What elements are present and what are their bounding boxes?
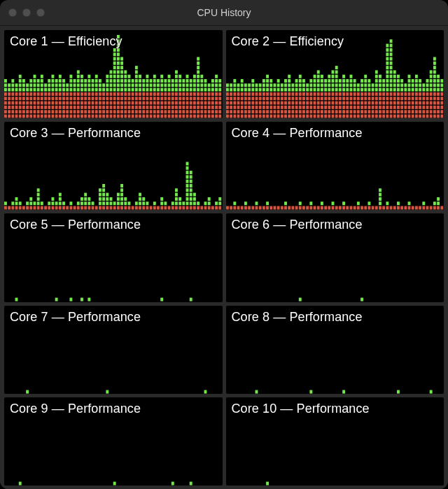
svg-rect-34 (19, 115, 22, 118)
window-controls[interactable] (8, 0, 45, 25)
svg-rect-468 (175, 97, 178, 100)
svg-rect-714 (276, 101, 279, 105)
svg-rect-1356 (298, 206, 301, 210)
svg-rect-1111 (422, 88, 425, 92)
svg-rect-438 (164, 106, 167, 109)
svg-rect-197 (80, 92, 83, 96)
svg-rect-372 (139, 101, 141, 105)
svg-rect-533 (197, 70, 200, 73)
svg-rect-923 (356, 101, 359, 105)
svg-rect-172 (74, 115, 76, 118)
zoom-icon[interactable] (36, 8, 45, 17)
svg-rect-756 (295, 110, 298, 113)
svg-rect-1157 (440, 115, 443, 118)
svg-rect-1127 (429, 92, 432, 96)
titlebar[interactable]: CPU History (0, 0, 448, 26)
svg-rect-30 (15, 97, 18, 100)
svg-rect-1009 (386, 48, 388, 52)
svg-rect-242 (99, 106, 102, 109)
svg-rect-462 (172, 83, 174, 87)
svg-rect-1125 (429, 101, 432, 105)
svg-rect-1034 (393, 92, 396, 96)
svg-rect-307 (117, 57, 120, 61)
svg-rect-1275 (160, 206, 163, 210)
svg-rect-66 (29, 92, 32, 96)
svg-rect-419 (157, 106, 160, 109)
svg-rect-1 (4, 110, 7, 113)
svg-rect-523 (197, 115, 200, 118)
svg-rect-728 (284, 115, 287, 118)
svg-rect-37 (19, 101, 22, 105)
cpu-bars (4, 213, 223, 302)
minimize-icon[interactable] (22, 8, 31, 17)
svg-rect-1339 (248, 206, 251, 210)
svg-rect-764 (298, 115, 301, 118)
svg-rect-600 (230, 115, 232, 118)
svg-rect-55 (26, 106, 29, 109)
svg-rect-565 (211, 110, 214, 113)
svg-rect-1110 (422, 92, 425, 96)
svg-rect-721 (280, 110, 283, 113)
svg-rect-510 (190, 88, 192, 92)
svg-rect-489 (182, 97, 185, 100)
svg-rect-381 (142, 106, 145, 109)
svg-rect-1223 (95, 206, 98, 210)
svg-rect-482 (178, 83, 181, 87)
svg-rect-585 (218, 106, 221, 109)
svg-rect-1244 (117, 206, 120, 210)
svg-rect-485 (182, 115, 185, 118)
svg-rect-123 (51, 83, 54, 87)
svg-rect-398 (150, 115, 153, 118)
svg-rect-165 (69, 101, 72, 105)
svg-rect-1045 (397, 92, 400, 96)
svg-rect-107 (48, 115, 50, 118)
svg-rect-459 (172, 97, 174, 100)
svg-rect-1072 (407, 92, 410, 96)
svg-rect-445 (168, 115, 171, 118)
svg-rect-289 (113, 66, 116, 69)
svg-rect-1345 (266, 206, 269, 210)
svg-rect-479 (178, 97, 181, 100)
svg-rect-1217 (84, 193, 87, 197)
svg-rect-780 (302, 88, 305, 92)
svg-rect-1428 (342, 390, 345, 393)
svg-rect-1189 (41, 206, 43, 210)
svg-rect-1143 (433, 70, 435, 73)
svg-rect-389 (146, 110, 148, 113)
svg-rect-1171 (15, 206, 18, 210)
svg-rect-1044 (397, 97, 400, 100)
svg-rect-1071 (407, 97, 410, 100)
svg-rect-1420 (190, 298, 192, 302)
svg-rect-1102 (419, 88, 421, 92)
svg-rect-318 (120, 92, 123, 96)
svg-rect-791 (309, 115, 312, 118)
svg-rect-1017 (389, 88, 392, 92)
svg-rect-858 (331, 79, 334, 83)
svg-rect-302 (117, 79, 120, 83)
svg-rect-754 (291, 83, 294, 87)
svg-rect-1312 (190, 171, 192, 174)
svg-rect-400 (150, 106, 153, 109)
svg-rect-1427 (309, 390, 312, 393)
svg-rect-716 (276, 92, 279, 96)
svg-rect-1395 (397, 206, 400, 210)
svg-rect-577 (215, 97, 218, 100)
close-icon[interactable] (8, 8, 17, 17)
svg-rect-1413 (440, 206, 443, 210)
svg-rect-1248 (120, 206, 123, 210)
svg-rect-58 (26, 92, 29, 96)
svg-rect-1380 (364, 206, 367, 210)
svg-rect-1203 (62, 206, 65, 210)
svg-rect-490 (182, 92, 185, 96)
svg-rect-313 (120, 115, 123, 118)
svg-rect-937 (364, 115, 367, 118)
svg-rect-674 (258, 83, 261, 87)
svg-rect-852 (331, 106, 334, 109)
svg-rect-563 (208, 83, 211, 87)
svg-rect-795 (309, 97, 312, 100)
svg-rect-86 (37, 88, 40, 92)
svg-rect-1303 (186, 162, 189, 166)
svg-rect-178 (74, 88, 76, 92)
svg-rect-1389 (379, 188, 382, 192)
svg-rect-1058 (400, 79, 403, 83)
